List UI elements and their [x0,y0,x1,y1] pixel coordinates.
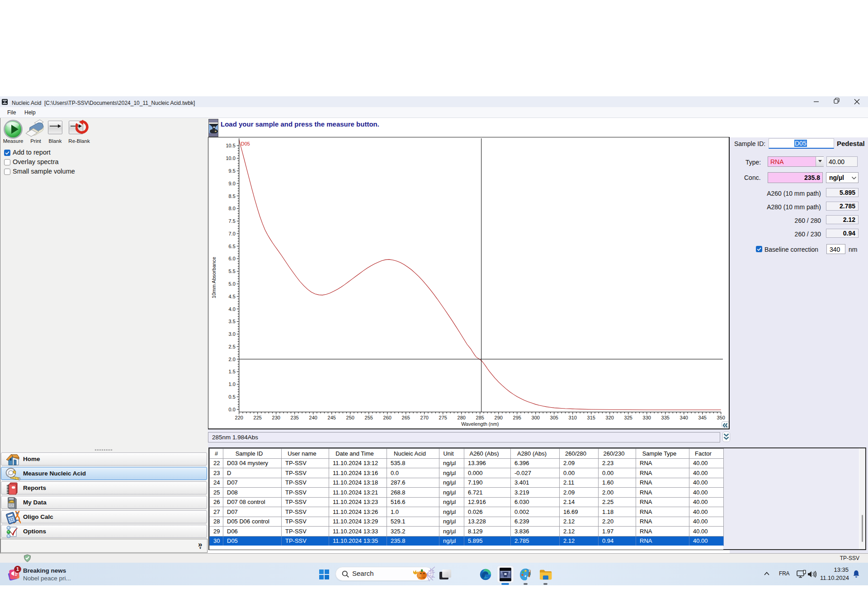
svg-text:310: 310 [569,415,577,420]
svg-text:4.0: 4.0 [229,306,236,312]
svg-text:345: 345 [698,415,707,420]
svg-text:275: 275 [439,415,447,420]
svg-text:0.0: 0.0 [229,407,236,412]
svg-text:300: 300 [532,415,540,420]
svg-text:260: 260 [383,415,392,420]
svg-text:255: 255 [365,415,373,420]
svg-text:4.5: 4.5 [229,294,236,299]
svg-text:320: 320 [606,415,614,420]
svg-text:1.5: 1.5 [229,369,236,374]
svg-text:1: 1 [16,566,19,572]
svg-text:3.0: 3.0 [229,331,236,337]
svg-text:0.5: 0.5 [229,394,236,400]
svg-text:Wavelength (nm): Wavelength (nm) [461,421,499,427]
svg-text:10mm Absorbance: 10mm Absorbance [211,257,217,298]
svg-text:2.5: 2.5 [229,344,236,349]
svg-text:8.5: 8.5 [229,193,236,199]
svg-text:295: 295 [513,415,521,420]
svg-text:245: 245 [328,415,336,420]
svg-text:7.5: 7.5 [229,218,236,224]
svg-text:350: 350 [717,415,725,420]
svg-text:265: 265 [402,415,410,420]
svg-text:D05: D05 [241,141,250,146]
svg-text:6.5: 6.5 [229,244,236,249]
svg-text:285: 285 [476,415,484,420]
svg-text:325: 325 [624,415,632,420]
svg-text:270: 270 [420,415,429,420]
svg-text:230: 230 [272,415,280,420]
svg-text:330: 330 [643,415,651,420]
svg-text:8.0: 8.0 [229,206,236,211]
svg-text:5.5: 5.5 [229,268,236,274]
svg-text:235: 235 [291,415,299,420]
svg-text:9.5: 9.5 [229,168,236,174]
svg-text:10.0: 10.0 [226,155,235,161]
svg-text:335: 335 [661,415,670,420]
svg-text:5.0: 5.0 [229,281,236,287]
svg-text:340: 340 [680,415,688,420]
svg-text:305: 305 [550,415,558,420]
svg-text:280: 280 [458,415,466,420]
svg-text:3.5: 3.5 [229,319,236,324]
svg-text:290: 290 [495,415,503,420]
svg-text:2.0: 2.0 [229,357,236,362]
svg-text:315: 315 [587,415,595,420]
svg-text:240: 240 [309,415,317,420]
svg-text:7.0: 7.0 [229,231,236,236]
svg-text:250: 250 [346,415,354,420]
svg-text:225: 225 [254,415,262,420]
svg-text:220: 220 [235,415,243,420]
svg-text:1.0: 1.0 [229,381,236,387]
svg-text:6.0: 6.0 [229,256,236,261]
svg-text:9.0: 9.0 [229,181,236,186]
svg-text:10.5: 10.5 [226,143,235,148]
